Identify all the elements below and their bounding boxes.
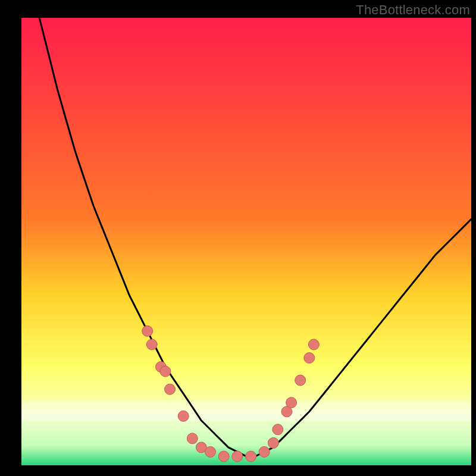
data-dot (304, 353, 315, 364)
data-dot (273, 424, 283, 435)
highlight-band (21, 400, 471, 421)
data-dot (295, 375, 306, 386)
data-dot (142, 325, 153, 336)
data-dot (160, 366, 171, 377)
data-dot (268, 437, 278, 448)
data-dot (187, 433, 198, 444)
data-dot (178, 411, 189, 421)
data-dot (165, 384, 176, 394)
watermark-text: TheBottleneck.com (356, 2, 470, 18)
data-dot (286, 397, 297, 408)
data-dot (232, 451, 243, 462)
data-dot (246, 451, 256, 462)
data-dot (308, 339, 319, 350)
data-dot (259, 446, 270, 457)
chart-frame: TheBottleneck.com (0, 0, 476, 476)
gradient-background (21, 18, 471, 465)
data-dot (146, 339, 157, 350)
data-dot (205, 446, 216, 457)
data-dot (218, 451, 229, 462)
bottleneck-chart (0, 0, 476, 476)
